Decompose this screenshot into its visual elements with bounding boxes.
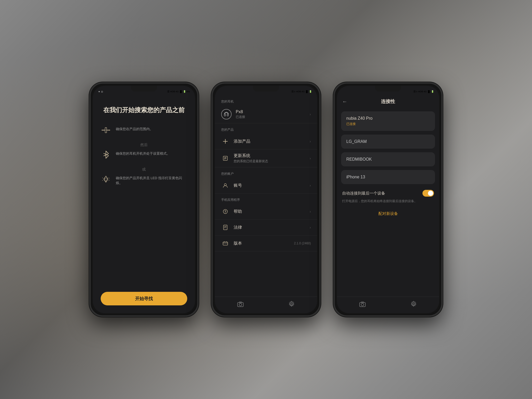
device-card-1[interactable]: nubia Z40 Pro 已连接	[341, 111, 435, 131]
legal-icon	[221, 223, 229, 232]
svg-point-6	[109, 130, 110, 131]
add-product-item[interactable]: 添加产品 ›	[215, 134, 317, 149]
legal-item[interactable]: 法律 ›	[215, 220, 317, 235]
svg-line-10	[108, 180, 110, 181]
step3-text: 确保您的产品开机并且 LED 指示灯呈黄色闪烁。	[116, 174, 187, 186]
update-arrow-icon: ›	[310, 156, 311, 160]
update-system-text: 更新系统 您的系统已经是最新状态	[234, 153, 305, 164]
page-title-3: 连接性	[352, 98, 425, 105]
version-value: 2.1.0 (2460)	[294, 241, 311, 245]
phone1-title: 在我们开始搜索您的产品之前	[103, 106, 185, 114]
status-left-1: ✦ ⊙	[98, 90, 103, 93]
version-text: 版本	[234, 241, 290, 246]
svg-point-1	[103, 130, 104, 131]
step1-text: 确保您在产品的范围内。	[116, 125, 153, 132]
section-earphone-label: 您的耳机	[215, 95, 317, 105]
step-1: 确保您在产品的范围内。	[101, 125, 187, 135]
bottom-nav-2	[215, 297, 317, 313]
legal-text: 法律	[234, 225, 305, 230]
headphone-icon	[221, 109, 232, 119]
device-range-icon	[101, 125, 111, 135]
help-arrow-icon: ›	[310, 209, 311, 214]
version-label: 版本	[234, 241, 290, 246]
svg-rect-24	[223, 242, 228, 245]
status-icons-2: 需⊙ HDB 4G ▐▌ 🔋	[291, 90, 312, 93]
auto-connect-row: 自动连接到最后一个设备	[342, 190, 434, 197]
help-item[interactable]: ? 帮助 ›	[215, 204, 317, 220]
then-label: 然后	[101, 143, 187, 147]
earphone-name: Px8	[236, 110, 305, 114]
phone-2-screen: 需⊙ HDB 4G ▐▌ 🔋 您的耳机 P	[215, 86, 317, 313]
add-icon	[221, 137, 229, 146]
phone-1-screen: ✦ ⊙ 需 HDB 4G ▐▌ 🔋 4% 在我们开始搜索您的产品之前	[93, 86, 195, 313]
svg-rect-28	[239, 302, 241, 303]
device-card-2[interactable]: LG_GRAM	[341, 135, 435, 149]
device2-name: LG_GRAM	[346, 139, 430, 144]
svg-rect-20	[223, 225, 227, 230]
step2-text: 确保您的耳机开机并处于设置模式。	[116, 149, 170, 156]
help-icon: ?	[221, 207, 229, 216]
led-icon	[101, 174, 111, 184]
camera-nav-icon[interactable]	[237, 301, 244, 307]
device1-status: 已连接	[346, 122, 430, 126]
update-system-item[interactable]: 更新系统 您的系统已经是最新状态 ›	[215, 149, 317, 167]
update-icon	[221, 154, 229, 162]
back-button[interactable]: ←	[342, 99, 347, 105]
account-arrow-icon: ›	[310, 183, 311, 188]
device4-name: iPhone 13	[346, 175, 430, 179]
legal-label: 法律	[234, 225, 305, 230]
phone-3: 需⊙ HDB 4G ▐▌ 🔋 ← 连接性 nubia Z40 Pro 已连接	[333, 82, 443, 317]
settings-nav-icon-3[interactable]	[410, 301, 417, 307]
status-icons-1: 需 HDB 4G ▐▌ 🔋 4%	[167, 90, 190, 93]
svg-point-29	[291, 303, 293, 305]
step-2: 确保您的耳机开机并处于设置模式。	[101, 149, 187, 160]
svg-point-5	[108, 130, 109, 131]
account-icon	[221, 181, 229, 190]
device-card-3[interactable]: REDMIBOOK	[341, 152, 435, 166]
start-search-button[interactable]: 开始寻找	[101, 292, 187, 305]
auto-connect-label: 自动连接到最后一个设备	[342, 191, 385, 196]
section-account-label: 您的账户	[215, 167, 317, 178]
legal-arrow-icon: ›	[310, 225, 311, 229]
auto-connect-toggle[interactable]	[422, 190, 434, 197]
phone-2-content: 您的耳机 Px8 已连接 › 您的产品	[215, 95, 317, 313]
settings-nav-icon[interactable]	[288, 301, 295, 307]
account-text: 账号	[234, 183, 305, 188]
auto-connect-desc: 打开电源后，您的耳机将始终连接到最后连接的设备。	[342, 199, 434, 203]
phone-1-content: 在我们开始搜索您的产品之前	[93, 95, 195, 313]
device3-name: REDMIBOOK	[346, 157, 430, 162]
svg-point-4	[106, 130, 107, 131]
or-label: 或	[101, 167, 187, 172]
device1-name: nubia Z40 Pro	[346, 116, 430, 121]
notch-2	[253, 86, 279, 92]
version-item: 版本 2.1.0 (2460)	[215, 235, 317, 251]
pair-new-button[interactable]: 配对新设备	[337, 209, 439, 219]
phone-3-screen: 需⊙ HDB 4G ▐▌ 🔋 ← 连接性 nubia Z40 Pro 已连接	[337, 86, 439, 313]
camera-nav-icon-3[interactable]	[359, 301, 366, 307]
update-system-sub: 您的系统已经是最新状态	[234, 159, 305, 164]
section-product-label: 您的产品	[215, 123, 317, 134]
bottom-nav-3	[337, 297, 439, 313]
status-icons-3: 需⊙ HDB 4G ▐▌ 🔋	[413, 90, 434, 93]
svg-rect-32	[361, 302, 364, 303]
earphone-arrow-icon: ›	[310, 112, 311, 116]
account-item[interactable]: 账号 ›	[215, 178, 317, 194]
add-product-label: 添加产品	[234, 139, 305, 144]
help-text: 帮助	[234, 209, 305, 214]
device-card-4[interactable]: iPhone 13	[341, 170, 435, 184]
notch-1	[131, 86, 157, 92]
add-product-arrow-icon: ›	[310, 139, 311, 143]
svg-point-31	[361, 303, 364, 306]
svg-point-27	[239, 303, 242, 306]
section-app-label: 手机应用程序	[215, 194, 317, 204]
earphone-item[interactable]: Px8 已连接 ›	[215, 105, 317, 123]
svg-text:?: ?	[224, 210, 226, 214]
phones-container: ✦ ⊙ 需 HDB 4G ▐▌ 🔋 4% 在我们开始搜索您的产品之前	[89, 82, 443, 317]
page-header-3: ← 连接性	[337, 95, 439, 108]
earphone-text: Px8 已连接	[236, 110, 305, 119]
svg-point-17	[224, 184, 226, 186]
update-system-label: 更新系统	[234, 153, 305, 159]
svg-point-0	[102, 130, 103, 131]
phone-3-content: ← 连接性 nubia Z40 Pro 已连接 LG_GRAM REDMIBOO…	[337, 95, 439, 313]
phone-1: ✦ ⊙ 需 HDB 4G ▐▌ 🔋 4% 在我们开始搜索您的产品之前	[89, 82, 199, 317]
